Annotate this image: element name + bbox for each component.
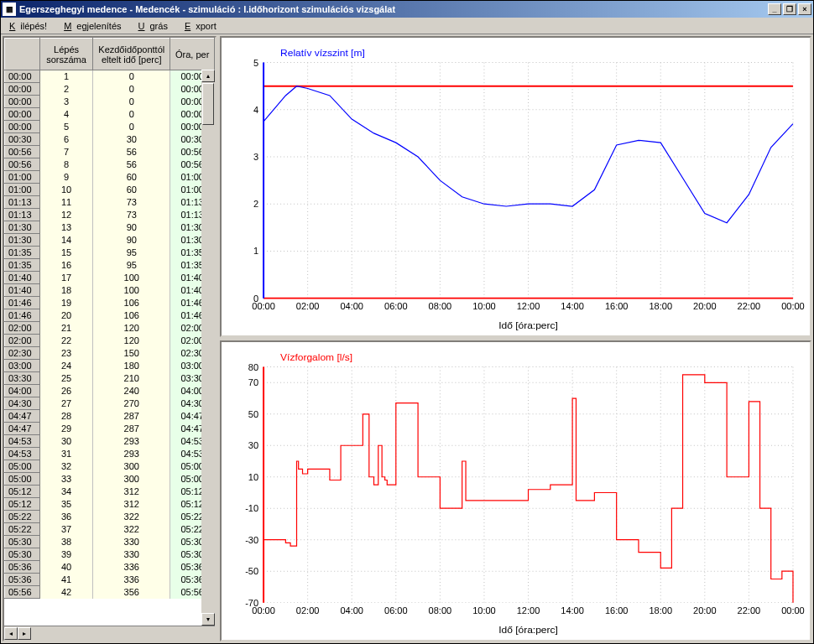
scroll-up-button[interactable]: ▴ — [201, 70, 215, 82]
table-row[interactable]: 01:462010601:46 — [5, 309, 215, 322]
row-header[interactable]: 00:00 — [5, 96, 40, 108]
row-header[interactable]: 05:56 — [5, 586, 40, 599]
table-row[interactable]: 00:002000:00 — [5, 83, 215, 96]
header-step[interactable]: Lépés sorszáma — [40, 39, 93, 70]
menu-megjelenites[interactable]: Megjelenítés — [59, 19, 131, 33]
table-row[interactable]: 00:001000:00 — [5, 70, 215, 83]
table-row[interactable]: 01:13127301:13 — [5, 209, 215, 221]
row-header[interactable]: 01:46 — [5, 309, 40, 322]
scroll-left-button[interactable]: ◂ — [4, 627, 18, 640]
row-header[interactable]: 05:12 — [5, 498, 40, 511]
row-header[interactable]: 01:13 — [5, 209, 40, 221]
table-row[interactable]: 05:303833005:30 — [5, 536, 215, 548]
header-time[interactable]: Óra, per — [170, 39, 215, 70]
table-row[interactable]: 03:302521003:30 — [5, 372, 215, 385]
row-header[interactable]: 01:40 — [5, 272, 40, 284]
row-header[interactable]: 05:12 — [5, 486, 40, 498]
row-header[interactable]: 05:22 — [5, 511, 40, 523]
table-row[interactable]: 05:123531205:12 — [5, 498, 215, 511]
row-header[interactable]: 03:00 — [5, 360, 40, 372]
row-header[interactable]: 04:00 — [5, 385, 40, 397]
table-row[interactable]: 01:35159501:35 — [5, 247, 215, 259]
row-header[interactable]: 01:13 — [5, 196, 40, 209]
table-row[interactable]: 04:533029304:53 — [5, 435, 215, 448]
table-row[interactable]: 05:364033605:36 — [5, 561, 215, 574]
header-corner[interactable] — [5, 39, 40, 70]
table-row[interactable]: 02:002112002:00 — [5, 322, 215, 335]
table-row[interactable]: 04:533129304:53 — [5, 448, 215, 460]
row-header[interactable]: 00:30 — [5, 133, 40, 146]
minimize-button[interactable]: _ — [768, 3, 781, 15]
table-row[interactable]: 01:461910601:46 — [5, 297, 215, 309]
row-header[interactable]: 04:53 — [5, 448, 40, 460]
row-header[interactable]: 04:30 — [5, 397, 40, 410]
table-row[interactable]: 05:003230005:00 — [5, 460, 215, 473]
row-header[interactable]: 04:53 — [5, 435, 40, 448]
table-row[interactable]: 04:002624004:00 — [5, 385, 215, 397]
chart-water-flow[interactable]: -70-50-30-10103050708000:0002:0004:0006:… — [220, 340, 811, 641]
table-row[interactable]: 00:5675600:56 — [5, 146, 215, 158]
table-row[interactable]: 05:003330005:00 — [5, 473, 215, 486]
scroll-thumb[interactable] — [202, 83, 214, 125]
titlebar[interactable]: ▦ Egerszeghegyi medence - Medencék - szi… — [1, 1, 813, 18]
row-header[interactable]: 00:56 — [5, 146, 40, 158]
table-row[interactable]: 05:123431205:12 — [5, 486, 215, 498]
table-row[interactable]: 01:35169501:35 — [5, 259, 215, 272]
table-row[interactable]: 01:401710001:40 — [5, 272, 215, 284]
row-header[interactable]: 01:40 — [5, 284, 40, 297]
table-row[interactable]: 01:13117301:13 — [5, 196, 215, 209]
row-header[interactable]: 01:35 — [5, 247, 40, 259]
table-row[interactable]: 01:30139001:30 — [5, 221, 215, 234]
row-header[interactable]: 02:00 — [5, 335, 40, 347]
table-row[interactable]: 00:005000:00 — [5, 121, 215, 133]
scroll-down-button[interactable]: ▾ — [201, 613, 215, 626]
row-header[interactable]: 03:30 — [5, 372, 40, 385]
table-row[interactable]: 02:302315002:30 — [5, 347, 215, 360]
row-header[interactable]: 01:46 — [5, 297, 40, 309]
table-row[interactable]: 04:302727004:30 — [5, 397, 215, 410]
table-row[interactable]: 03:002418003:00 — [5, 360, 215, 372]
table-row[interactable]: 04:472828704:47 — [5, 410, 215, 423]
menu-kilepes[interactable]: Kilépés! — [4, 19, 57, 33]
menu-ugras[interactable]: Ugrás — [133, 19, 178, 33]
table-row[interactable]: 05:564235605:56 — [5, 586, 215, 599]
chart-water-level[interactable]: 01234500:0002:0004:0006:0008:0010:0012:0… — [220, 36, 811, 337]
row-header[interactable]: 05:30 — [5, 536, 40, 548]
table-row[interactable]: 01:00106001:00 — [5, 184, 215, 196]
row-header[interactable]: 01:30 — [5, 234, 40, 247]
table-row[interactable]: 00:003000:00 — [5, 96, 215, 108]
row-header[interactable]: 00:56 — [5, 158, 40, 171]
row-header[interactable]: 01:00 — [5, 184, 40, 196]
scroll-right-button[interactable]: ▸ — [18, 627, 31, 640]
table-row[interactable]: 04:472928704:47 — [5, 423, 215, 435]
row-header[interactable]: 00:00 — [5, 121, 40, 133]
row-header[interactable]: 01:00 — [5, 171, 40, 184]
data-table[interactable]: Lépés sorszáma Kezdőidőponttól eltelt id… — [4, 38, 215, 599]
table-row[interactable]: 00:3063000:30 — [5, 133, 215, 146]
row-header[interactable]: 05:36 — [5, 561, 40, 574]
row-header[interactable]: 05:00 — [5, 460, 40, 473]
vertical-scrollbar[interactable]: ▴ ▾ — [201, 70, 215, 626]
table-row[interactable]: 01:0096001:00 — [5, 171, 215, 184]
horizontal-scrollbar[interactable]: ◂ ▸ — [4, 626, 215, 640]
table-row[interactable]: 01:30149001:30 — [5, 234, 215, 247]
table-row[interactable]: 00:5685600:56 — [5, 158, 215, 171]
row-header[interactable]: 05:00 — [5, 473, 40, 486]
maximize-button[interactable]: ❐ — [783, 3, 796, 15]
table-row[interactable]: 05:223732205:22 — [5, 523, 215, 536]
row-header[interactable]: 05:30 — [5, 548, 40, 561]
row-header[interactable]: 05:36 — [5, 574, 40, 586]
row-header[interactable]: 00:00 — [5, 70, 40, 83]
table-row[interactable]: 01:401810001:40 — [5, 284, 215, 297]
row-header[interactable]: 01:30 — [5, 221, 40, 234]
table-row[interactable]: 05:223632205:22 — [5, 511, 215, 523]
header-elapsed[interactable]: Kezdőidőponttól eltelt idő [perc] — [93, 39, 170, 70]
row-header[interactable]: 00:00 — [5, 108, 40, 121]
table-row[interactable]: 00:004000:00 — [5, 108, 215, 121]
table-row[interactable]: 02:002212002:00 — [5, 335, 215, 347]
row-header[interactable]: 00:00 — [5, 83, 40, 96]
row-header[interactable]: 05:22 — [5, 523, 40, 536]
table-row[interactable]: 05:364133605:36 — [5, 574, 215, 586]
menu-export[interactable]: Export — [180, 19, 227, 33]
row-header[interactable]: 02:00 — [5, 322, 40, 335]
